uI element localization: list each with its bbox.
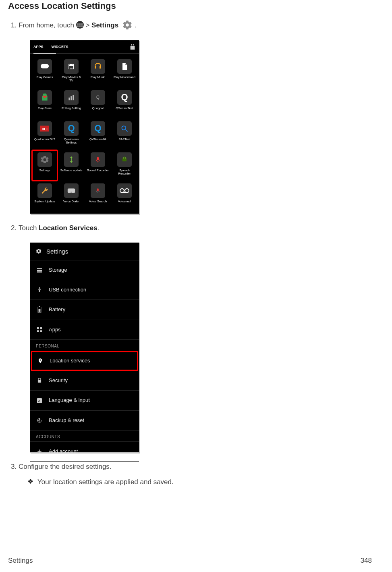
svg-rect-0 [68,98,70,100]
app-label: Qualcomm Settings [60,138,83,145]
app-icon [37,183,52,198]
step-2: Touch Location Services. Settings Storag… [19,223,384,453]
step2-bold: Location Services [39,224,97,232]
svg-rect-12 [97,188,99,191]
page-title: Access Location Settings [8,1,384,11]
app-qlogcat[interactable]: QQLogcat [85,88,111,119]
app-icon [64,183,79,198]
app-label: QLogcat [92,107,104,114]
app-speech-recorder[interactable]: Speech Recorder [112,150,137,181]
app-play-music[interactable]: Play Music [85,57,111,88]
app-settings[interactable]: Settings [32,150,58,181]
app-icon [64,59,79,74]
settings-row-label: Language & input [49,396,90,404]
app-icon [64,152,79,167]
svg-line-6 [126,129,128,131]
settings-row-backup-reset[interactable]: Backup & reset [30,411,139,431]
result-text: Your location settings are applied and s… [37,478,174,486]
footer-section: Settings [8,557,33,565]
step-3: Configure the desired settings. ❖Your lo… [19,462,384,488]
app-play-newsstand[interactable]: Play Newsstand [112,57,137,88]
svg-rect-11 [71,191,72,192]
step1-prefix: From home, touch [19,21,76,29]
app-label: Qualcomm DLT [34,138,55,145]
play-store-shortcut-icon[interactable] [129,44,136,50]
settings-gear-icon [122,20,133,30]
storage-icon [36,266,43,274]
app-qvtester-04[interactable]: QQVTester-04 [85,119,111,150]
app-software-update[interactable]: Software update [58,150,84,181]
svg-rect-1 [71,96,72,100]
settings-row-add-account[interactable]: Add account [30,442,139,462]
step1-separator: > [85,21,91,29]
app-label: Play Games [37,76,53,83]
apps-icon [36,326,43,333]
app-sound-recorder[interactable]: Sound Recorder [85,150,111,181]
settings-row-apps[interactable]: Apps [30,320,139,340]
settings-row-security[interactable]: Security [30,371,139,391]
app-label: Voicemail [118,200,131,207]
app-icon: Q [91,90,105,105]
app-icon [91,152,105,167]
usb-icon [36,286,43,293]
svg-rect-17 [37,270,42,271]
app-label: Software update [60,169,83,176]
app-icon [117,59,132,74]
svg-rect-21 [39,309,41,312]
app-label: System Update [34,200,55,207]
step3-text: Configure the desired settings. [19,463,112,470]
settings-header: Settings [30,243,139,260]
app-play-movies-tv[interactable]: Play Movies & TV [58,57,84,88]
settings-row-label: Security [49,376,68,385]
app-icon: Q [64,121,79,136]
app-icon [64,90,79,105]
app-voice-dialer[interactable]: Voice Dialer [58,181,84,212]
svg-rect-23 [40,327,42,329]
apps-drawer-icon [76,21,84,29]
settings-row-location-services[interactable]: Location services [31,351,138,371]
svg-rect-25 [40,330,42,332]
screenshot-settings-list: Settings StorageUSB connectionBatteryApp… [30,242,139,453]
tab-widgets[interactable]: WIDGETS [52,44,68,50]
app-icon: DLT [37,121,52,136]
svg-point-13 [120,189,124,193]
svg-rect-2 [73,95,74,100]
app-saetest[interactable]: SAETest [112,119,137,150]
step2-prefix: Touch [19,224,39,232]
settings-row-label: Add account [49,447,78,456]
app-play-store[interactable]: Play Store [32,88,58,119]
app-label: Voice Dialer [63,200,79,207]
app-icon [91,183,105,198]
svg-text:A: A [38,399,41,403]
app-voicemail[interactable]: Voicemail [112,181,137,212]
app-polling-setting[interactable]: Polling Setting [58,88,84,119]
app-label: QVTester-04 [89,138,106,145]
settings-row-label: USB connection [49,286,86,294]
settings-row-usb-connection[interactable]: USB connection [30,280,139,300]
app-label: Play Music [91,76,105,83]
svg-point-14 [125,189,129,193]
app-icon [117,183,132,198]
app-qualcomm-settings[interactable]: QQualcomm Settings [58,119,84,150]
tab-apps[interactable]: APPS [33,44,44,50]
lang-icon: A [36,397,43,404]
app-voice-search[interactable]: Voice Search [85,181,111,212]
app-label: Speech Recorder [113,169,136,176]
settings-row-battery[interactable]: Battery [30,300,139,320]
app-icon [117,152,132,167]
svg-rect-18 [37,272,42,273]
battery-icon [36,306,43,313]
settings-row-language-input[interactable]: ALanguage & input [30,391,139,410]
svg-point-8 [123,158,124,158]
step-1: From home, touch > Settings . APPS WIDGE… [19,20,384,214]
app-qualcomm-dlt[interactable]: DLTQualcomm DLT [32,119,58,150]
svg-rect-24 [37,330,39,332]
settings-row-storage[interactable]: Storage [30,260,139,280]
app-play-games[interactable]: Play Games [32,57,58,88]
app-label: Polling Setting [62,107,81,114]
app-qsensortest[interactable]: QQSensorTest [112,88,137,119]
app-label: Voice Search [89,200,107,207]
app-system-update[interactable]: System Update [32,181,58,212]
app-label: Sound Recorder [87,169,109,176]
location-icon [37,357,44,364]
